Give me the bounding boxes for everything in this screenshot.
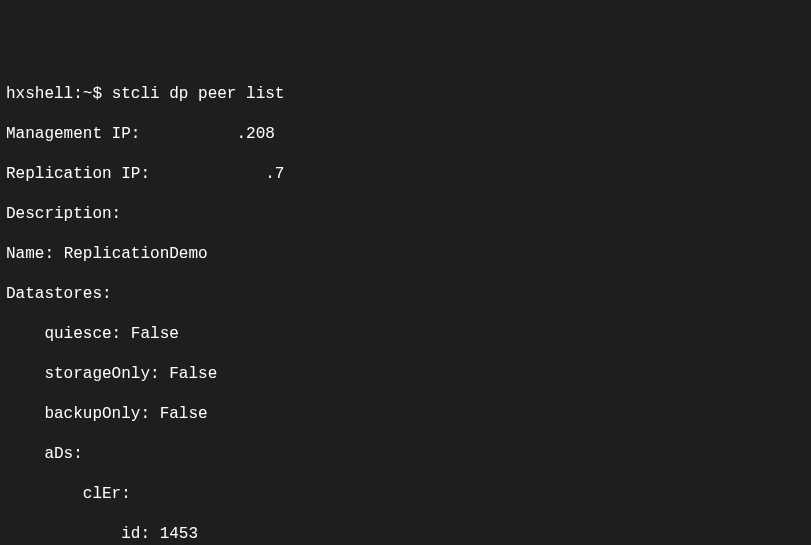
terminal-line: aDs: xyxy=(6,444,805,464)
terminal-line: Description: xyxy=(6,204,805,224)
terminal-line: Management IP: .208 xyxy=(6,124,805,144)
prompt: hxshell:~$ xyxy=(6,85,112,103)
terminal-line: storageOnly: False xyxy=(6,364,805,384)
repl-ip-label: Replication IP: xyxy=(6,165,150,183)
storage-only: storageOnly: False xyxy=(44,365,217,383)
ads-cler-id: id: 1453 xyxy=(121,525,198,543)
terminal-line: Replication IP: .7 xyxy=(6,164,805,184)
terminal-line: Name: ReplicationDemo xyxy=(6,244,805,264)
backup-only: backupOnly: False xyxy=(44,405,207,423)
terminal-line-command: hxshell:~$ stcli dp peer list xyxy=(6,84,805,104)
mgmt-ip-label: Management IP: xyxy=(6,125,140,143)
terminal-line: clEr: xyxy=(6,484,805,504)
name-value: ReplicationDemo xyxy=(64,245,208,263)
datastores-label: Datastores: xyxy=(6,285,112,303)
terminal-line: backupOnly: False xyxy=(6,404,805,424)
command-text[interactable]: stcli dp peer list xyxy=(112,85,285,103)
repl-ip-value: .7 xyxy=(265,165,284,183)
terminal-line: quiesce: False xyxy=(6,324,805,344)
ads-cler: clEr: xyxy=(83,485,131,503)
mgmt-ip-value: .208 xyxy=(236,125,274,143)
description-label: Description: xyxy=(6,205,121,223)
terminal-line: id: 1453 xyxy=(6,524,805,544)
name-label: Name: xyxy=(6,245,54,263)
ads: aDs: xyxy=(44,445,82,463)
quiesce: quiesce: False xyxy=(44,325,178,343)
terminal-line: Datastores: xyxy=(6,284,805,304)
